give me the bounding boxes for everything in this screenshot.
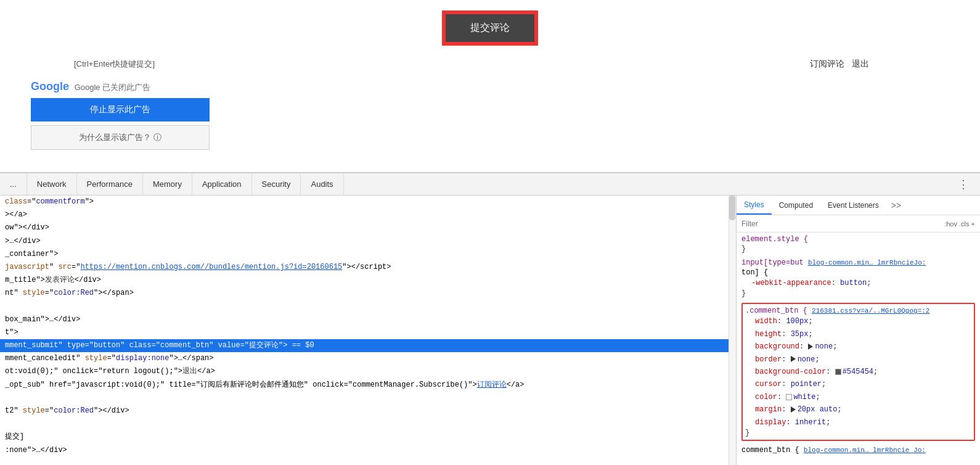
tab-ellipsis[interactable]: ... — [0, 173, 27, 195]
style-prop-bgcolor: background-color: #545454; — [745, 366, 971, 378]
styles-tab-event-listeners[interactable]: Event Listeners — [820, 195, 886, 215]
html-line: ot:void(0);" onclick="return logout();">… — [0, 365, 736, 378]
html-line — [0, 392, 736, 405]
tab-audits[interactable]: Audits — [301, 173, 343, 195]
style-prop-display: display: inherit; — [745, 416, 971, 429]
page-content-area: 提交评论 [Ctrl+Enter快捷键提交] 订阅评论 退出 Google Go… — [0, 0, 980, 173]
html-line: m_title">发表评论</div> — [0, 274, 736, 287]
tab-memory[interactable]: Memory — [143, 173, 192, 195]
html-line: javascript" src="https://mention.cnblogs… — [0, 261, 736, 274]
google-ad-area: Google Google 已关闭此广告 停止显示此广告 为什么显示该广告？ ⓘ — [31, 80, 216, 150]
styles-panel-tabs: Styles Computed Event Listeners >> — [737, 195, 980, 215]
html-line-selected[interactable]: mment_submit" type="button" class="comme… — [0, 339, 736, 352]
html-line: t2" style="color:Red"></div> — [0, 405, 736, 418]
style-source-link[interactable]: blog-common.min… lmrRbncieJo: — [808, 259, 926, 266]
style-source-link3[interactable]: blog-common.min… lmrRbncie Jo: — [804, 446, 926, 454]
html-line: t"> — [0, 326, 736, 339]
html-panel-scrollbar[interactable] — [729, 195, 736, 465]
styles-panel: Styles Computed Event Listeners >> :hov … — [737, 195, 980, 465]
devtools-panel: ... Network Performance Memory Applicati… — [0, 173, 980, 465]
style-close-brace: } — [745, 429, 971, 437]
html-line: ow"></div> — [0, 221, 736, 234]
style-selector-partial: comment_btn { blog-common.min… lmrRbncie… — [741, 446, 975, 455]
style-close-brace: } — [741, 289, 975, 298]
tab-application[interactable]: Application — [192, 173, 252, 195]
style-rule-comment-btn: .comment_btn { 216381.css?v=a/..MGrL0Qgo… — [741, 303, 975, 441]
triangle-icon — [791, 406, 796, 413]
style-prop-color: color: white; — [745, 391, 971, 403]
html-panel-scrollbar-thumb[interactable] — [729, 195, 735, 220]
style-selector-cont: ton] { — [741, 268, 975, 277]
html-panel[interactable]: class="commentform"> ></a> ow"></div> >…… — [0, 195, 737, 465]
subscribe-area: 订阅评论 退出 — [805, 59, 869, 70]
style-source-link2[interactable]: 216381.css?v=a/..MGrL0Qgog=:2 — [812, 307, 929, 315]
google-ad-closed-text: Google 已关闭此广告 — [75, 83, 151, 92]
submit-comment-button[interactable]: 提交评论 — [444, 12, 536, 44]
google-ad-title: Google Google 已关闭此广告 — [31, 80, 216, 93]
html-line: ></a> — [0, 208, 736, 221]
style-prop-height: height: 35px; — [745, 328, 971, 340]
html-line — [0, 300, 736, 313]
style-prop-cursor: cursor: pointer; — [745, 378, 971, 390]
html-line: 提交] — [0, 430, 736, 443]
stop-ad-button[interactable]: 停止显示此广告 — [31, 98, 210, 121]
checkbox-swatch — [786, 394, 792, 400]
html-line: _opt_sub" href="javascript:void(0);" tit… — [0, 379, 736, 392]
style-prop-border: border: none; — [745, 353, 971, 366]
html-line: _container"> — [0, 248, 736, 261]
color-swatch[interactable] — [835, 369, 841, 375]
styles-filter-input[interactable] — [741, 220, 944, 228]
styles-filter-bar: :hov .cls + — [737, 215, 980, 232]
tab-security[interactable]: Security — [252, 173, 301, 195]
devtools-main-area: class="commentform"> ></a> ow"></div> >…… — [0, 195, 980, 465]
shortcut-hint: [Ctrl+Enter快捷键提交] — [74, 59, 155, 70]
devtools-more-tabs[interactable]: ⋮ — [953, 178, 974, 191]
style-selector-row: .comment_btn { 216381.css?v=a/..MGrL0Qgo… — [745, 307, 971, 315]
style-rule-element: element.style { } — [741, 235, 975, 253]
style-prop-background: background: none; — [745, 340, 971, 353]
html-line: nt" style="color:Red"></span> — [0, 287, 736, 300]
html-line: :none">…</div> — [0, 444, 736, 457]
devtools-tabs-bar: ... Network Performance Memory Applicati… — [0, 173, 980, 195]
style-prop-width: width: 100px; — [745, 315, 971, 327]
style-prop-margin: margin: 20px auto; — [745, 403, 971, 416]
styles-content: element.style { } input[type=but blog-co… — [737, 232, 980, 465]
triangle-icon — [808, 344, 813, 350]
triangle-icon — [791, 356, 796, 362]
style-close-brace: } — [741, 245, 975, 253]
html-line: class="commentform"> — [0, 195, 736, 208]
tab-performance[interactable]: Performance — [77, 173, 143, 195]
style-rule-partial: comment_btn { blog-common.min… lmrRbncie… — [741, 446, 975, 455]
subscribe-link[interactable]: 订阅评论 — [810, 59, 844, 68]
submit-btn-area: 提交评论 — [0, 0, 980, 44]
style-selector: input[type=but blog-common.min… lmrRbnci… — [741, 258, 975, 267]
styles-tab-more[interactable]: >> — [886, 200, 906, 210]
html-line — [0, 418, 736, 430]
style-prop: -webkit-appearance: button; — [741, 277, 975, 289]
google-logo: Google — [31, 80, 69, 93]
style-rule-input: input[type=but blog-common.min… lmrRbnci… — [741, 258, 975, 298]
style-selector: element.style { — [741, 235, 975, 244]
html-line: >…</div> — [0, 235, 736, 248]
styles-tab-computed[interactable]: Computed — [772, 195, 820, 215]
styles-tab-styles[interactable]: Styles — [737, 195, 772, 215]
filter-options[interactable]: :hov .cls + — [944, 220, 975, 228]
tab-network[interactable]: Network — [27, 173, 77, 195]
why-ad-button[interactable]: 为什么显示该广告？ ⓘ — [31, 125, 210, 150]
logout-link[interactable]: 退出 — [852, 59, 869, 68]
html-line: mment_canceledit" style="display:none">…… — [0, 352, 736, 365]
html-line: box_main">…</div> — [0, 313, 736, 326]
